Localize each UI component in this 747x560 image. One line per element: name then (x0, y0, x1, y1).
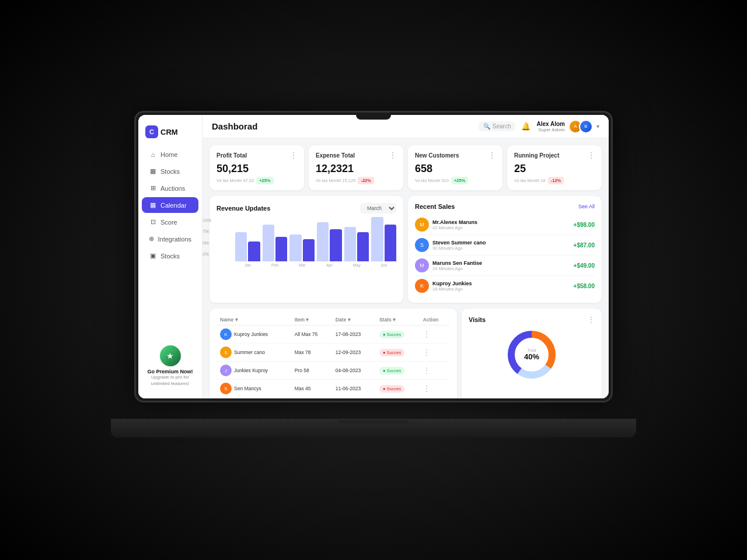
sale-time: 24 Minutes Ago (432, 266, 482, 271)
sale-left: K Kuproy Junkies 18 Minutes Ago (415, 279, 472, 293)
col-action: Action (420, 314, 450, 326)
cell-date: 17-08-2023 (332, 326, 376, 344)
stocks-icon: ▦ (149, 167, 157, 175)
table-row: J Junkies Kuproy Pro 58 04-08-2023 ● Suc… (217, 362, 450, 380)
logo-text: CRM (160, 128, 178, 136)
sale-item: S Steven Summer cano 30 Minutes Ago +$87… (415, 235, 595, 256)
action-dots[interactable]: ⋮ (423, 348, 430, 356)
sidebar-item-auctions[interactable]: ⊞ Auctions (142, 180, 198, 196)
bar-primary (385, 225, 396, 261)
sale-time: 42 Minutes Ago (432, 225, 477, 230)
bar-group: Jan (235, 212, 260, 267)
stat-title: Profit Total (217, 152, 247, 159)
cell-action[interactable]: ⋮ (420, 380, 450, 398)
y-axis: $100k$75k$50k$25k0 (203, 218, 211, 267)
cell-action[interactable]: ⋮ (420, 326, 450, 344)
stat-title: Running Project (514, 152, 559, 159)
premium-subtitle: Upgrade to pro for unlimited features! (143, 374, 197, 387)
auctions-icon: ⊞ (149, 184, 157, 192)
laptop-base (111, 419, 636, 438)
bar-secondary (289, 235, 301, 261)
sidebar-item-score[interactable]: ⊡ Score (142, 214, 198, 230)
visits-title: Visits (469, 316, 486, 323)
sidebar-item-label: Integrations (158, 236, 191, 243)
bar-secondary (317, 222, 329, 261)
stat-menu[interactable]: ⋮ (488, 151, 495, 159)
stat-sub: Vs las Month 15,125 -22% (316, 177, 396, 184)
search-icon: 🔍 (483, 123, 490, 130)
search-placeholder: Search (493, 123, 511, 130)
stat-card-customers: New Customers ⋮ 658 Vs las Month 510 +25… (408, 145, 502, 190)
visits-card: Visits ⋮ (462, 309, 602, 398)
table-avatar: J (220, 365, 232, 376)
sidebar-item-stocks[interactable]: ▦ Stocks (142, 163, 198, 179)
premium-avatar: ★ (160, 345, 181, 366)
sale-avatar: K (415, 279, 429, 293)
stat-value: 50,215 (217, 163, 297, 175)
score-icon: ⊡ (149, 218, 157, 226)
sale-name: Mr.Alenex Maruns (432, 219, 477, 225)
bar-label: Jun (381, 263, 387, 267)
dashboard-body: Profit Total ⋮ 50,215 Vs las Month 47,32… (203, 138, 609, 398)
sale-left: M Maruns Sen Fantise 24 Minutes Ago (415, 258, 482, 272)
sidebar-item-label: Home (160, 151, 177, 158)
bar-primary (303, 239, 315, 261)
user-role: Super Admin (536, 127, 565, 132)
chevron-down-icon: ▾ (596, 123, 599, 130)
sale-item: K Kuproy Junkies 18 Minutes Ago +$58.00 (415, 276, 595, 296)
stat-value: 25 (514, 163, 595, 175)
bar-group: Jun (371, 212, 396, 267)
sidebar-item-integrations[interactable]: ⊗ Integrations (142, 231, 198, 247)
action-dots[interactable]: ⋮ (423, 366, 430, 374)
bar-chart: JanFebMarAprMayJun (235, 218, 396, 276)
stat-badge: -22% (358, 177, 374, 184)
bar-label: Jan (245, 263, 251, 267)
cell-action[interactable]: ⋮ (420, 344, 450, 362)
sidebar-item-stocks2[interactable]: ▣ Stocks (142, 248, 198, 264)
sales-list: M Mr.Alenex Maruns 42 Minutes Ago +$98.0… (415, 215, 595, 296)
cell-item: All Max 75 (291, 326, 332, 344)
status-badge: ● Succes (379, 367, 404, 374)
bar-primary (275, 237, 287, 261)
stat-menu[interactable]: ⋮ (290, 151, 297, 159)
camera-notch (356, 113, 391, 120)
cell-status: ● Succes (376, 380, 420, 398)
see-all-link[interactable]: See All (578, 204, 595, 209)
premium-title: Go Premium Now! (143, 369, 197, 374)
header: Dashborad 🔍 Search 🔔 Alex Alom Super Adm… (203, 115, 609, 138)
status-badge: ● Succes (379, 331, 404, 338)
notification-bell[interactable]: 🔔 (521, 122, 530, 131)
user-name: Alex Alom (536, 121, 565, 127)
sale-name: Steven Summer cano (432, 240, 486, 246)
stat-menu[interactable]: ⋮ (389, 151, 396, 159)
stat-menu[interactable]: ⋮ (588, 151, 595, 159)
data-table: Name ▾ Item ▾ Date ▾ Stats ▾ Action K K (217, 314, 450, 398)
sale-amount: +$98.00 (574, 222, 595, 228)
laptop-hinge (338, 420, 409, 424)
sale-name: Kuproy Junkies (432, 281, 472, 286)
col-stats: Stats ▾ (376, 314, 420, 326)
cell-date: 12-09-2023 (332, 344, 376, 362)
bar-secondary (371, 217, 383, 261)
sidebar-item-calendar[interactable]: ▦ Calendar (142, 197, 198, 213)
visits-menu[interactable]: ⋮ (588, 316, 595, 324)
cell-name: K Kuproy Junkies (217, 326, 291, 344)
bar-primary (330, 229, 341, 261)
search-box[interactable]: 🔍 Search (479, 121, 516, 131)
stat-value: 658 (415, 163, 495, 175)
sale-left: M Mr.Alenex Maruns 42 Minutes Ago (415, 218, 477, 232)
sale-avatar: M (415, 218, 429, 232)
cell-name: S Summer cano (217, 344, 291, 362)
action-dots[interactable]: ⋮ (423, 384, 430, 393)
action-dots[interactable]: ⋮ (423, 330, 430, 338)
cell-date: 04-08-2023 (332, 362, 376, 380)
sale-time: 30 Minutes Ago (432, 246, 486, 251)
stat-sub: Vs las Month 510 +25% (415, 177, 495, 184)
recent-sales-title: Recent Sales (415, 203, 455, 210)
cell-date: 11-06-2023 (332, 380, 376, 398)
cell-action[interactable]: ⋮ (420, 362, 450, 380)
donut-value: 40% (524, 352, 539, 361)
sidebar-item-home[interactable]: ⌂ Home (142, 147, 198, 162)
stat-card-projects: Running Project ⋮ 25 Vs las Month 18 -12… (507, 145, 602, 190)
bar-secondary (344, 227, 356, 261)
